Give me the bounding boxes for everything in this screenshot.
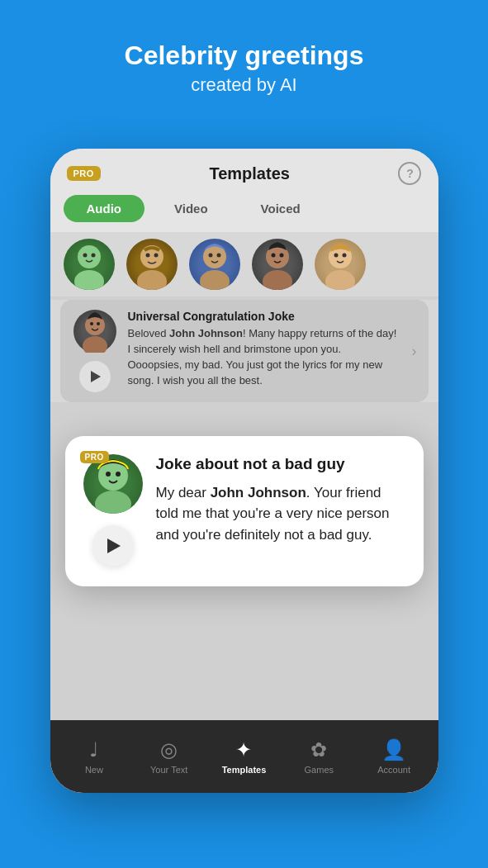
svg-point-19: [342, 254, 346, 258]
celeb-avatar-3[interactable]: [189, 239, 240, 290]
popup-left: PRO: [83, 454, 143, 567]
svg-point-17: [325, 270, 355, 290]
popup-title: Joke about not a bad guy: [156, 454, 405, 474]
nav-item-account[interactable]: 👤 Account: [365, 738, 423, 775]
svg-point-11: [216, 254, 220, 258]
celeb-avatar-1[interactable]: [64, 239, 115, 290]
popup-card: PRO Joke about not a bad guy My dear Joh…: [65, 436, 424, 586]
svg-point-13: [263, 270, 292, 290]
header-title: Celebrity greetings: [17, 40, 471, 71]
tab-audio[interactable]: Audio: [64, 195, 145, 222]
svg-point-25: [95, 491, 131, 514]
chevron-right-icon: ›: [412, 343, 417, 360]
pro-badge: PRO: [67, 166, 101, 181]
svg-point-2: [83, 254, 87, 258]
celeb-avatar-5[interactable]: [315, 239, 366, 290]
nav-item-your-text[interactable]: ◎ Your Text: [140, 738, 198, 775]
nav-label-games: Games: [305, 765, 334, 775]
svg-point-9: [200, 270, 230, 290]
svg-point-0: [78, 245, 101, 268]
svg-point-22: [90, 322, 93, 325]
svg-point-21: [83, 336, 107, 353]
list-item-1[interactable]: Universal Congratulation Joke Beloved Jo…: [60, 300, 429, 402]
svg-point-7: [154, 254, 158, 258]
phone-screen: PRO Templates ? Audio Video Voiced: [50, 149, 438, 793]
play-triangle-icon-large: [107, 538, 121, 553]
svg-point-3: [91, 254, 95, 258]
nav-label-new: New: [85, 765, 103, 775]
play-triangle-icon-1: [91, 371, 101, 382]
phone-topbar: PRO Templates ?: [50, 149, 438, 195]
header-subtitle: created by AI: [17, 74, 471, 96]
nav-item-games[interactable]: ✿ Games: [290, 738, 348, 775]
waveform-icon: ◎: [160, 738, 178, 761]
list-item-text-1: Beloved John Johnson! Many happy returns…: [128, 326, 399, 388]
popup-pro-badge: PRO: [80, 451, 109, 463]
tabs-row: Audio Video Voiced: [50, 195, 438, 232]
nav-item-new[interactable]: ♩ New: [65, 738, 123, 775]
svg-point-23: [97, 322, 100, 325]
account-icon: 👤: [381, 738, 406, 761]
nav-label-account: Account: [377, 765, 410, 775]
games-icon: ✿: [310, 738, 327, 761]
popup-avatar-wrap: PRO: [83, 454, 143, 514]
svg-point-1: [74, 270, 104, 290]
svg-point-6: [145, 254, 149, 258]
list-item-content-1: Universal Congratulation Joke Beloved Jo…: [128, 310, 399, 388]
play-button-1[interactable]: [79, 361, 111, 392]
popup-content: Joke about not a bad guy My dear John Jo…: [156, 454, 405, 545]
nav-item-templates[interactable]: ✦ Templates: [215, 738, 272, 775]
svg-point-18: [334, 254, 338, 258]
list-area: Universal Congratulation Joke Beloved Jo…: [50, 300, 438, 402]
phone-mockup: PRO Templates ? Audio Video Voiced: [50, 149, 438, 793]
nav-label-your-text: Your Text: [150, 765, 187, 775]
header-section: Celebrity greetings created by AI: [0, 0, 488, 116]
tab-voiced[interactable]: Voiced: [238, 195, 324, 222]
phone-screen-title: Templates: [209, 164, 289, 183]
list-avatar-1: [73, 310, 116, 353]
list-item-left-1: [72, 310, 118, 392]
svg-point-5: [137, 270, 167, 290]
svg-point-26: [106, 472, 111, 477]
svg-point-14: [271, 254, 275, 258]
celeb-avatar-2[interactable]: [126, 239, 178, 290]
celebrity-avatars-row: [50, 232, 438, 296]
bottom-nav: ♩ New ◎ Your Text ✦ Templates ✿ Games 👤 …: [50, 720, 438, 793]
celeb-avatar-4[interactable]: [252, 239, 303, 290]
templates-icon: ✦: [235, 738, 252, 761]
music-note-icon: ♩: [89, 738, 98, 761]
svg-point-27: [116, 472, 121, 477]
popup-body: My dear John Johnson. Your friend told m…: [156, 482, 405, 546]
list-item-title-1: Universal Congratulation Joke: [128, 310, 399, 323]
svg-point-10: [208, 254, 212, 258]
svg-point-15: [279, 254, 283, 258]
popup-play-button[interactable]: [92, 525, 134, 567]
help-icon[interactable]: ?: [398, 162, 421, 185]
tab-video[interactable]: Video: [151, 195, 231, 222]
nav-label-templates: Templates: [222, 765, 267, 775]
